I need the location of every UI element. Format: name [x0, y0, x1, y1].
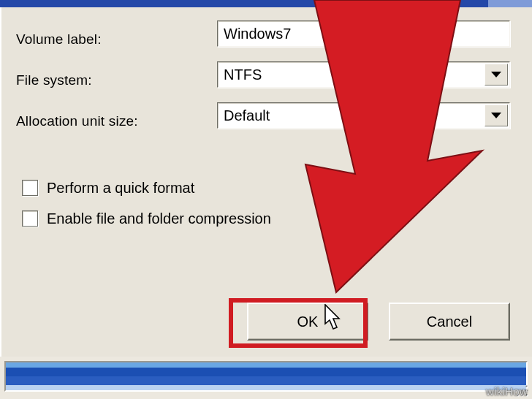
checkbox-compression[interactable]	[22, 210, 38, 227]
input-volume-label[interactable]: Windows7	[217, 20, 510, 47]
watermark: wikiHow	[486, 385, 528, 398]
label-allocation-size: Allocation unit size:	[16, 113, 206, 129]
format-dialog: Volume label: Windows7 File system: NTFS…	[0, 7, 532, 357]
format-dialog-screenshot: Volume label: Windows7 File system: NTFS…	[0, 0, 532, 399]
ok-button-label: OK	[297, 314, 319, 330]
combo-allocation-value: Default	[218, 104, 483, 127]
combo-allocation-button[interactable]	[484, 104, 508, 126]
status-strip	[0, 357, 532, 399]
input-volume-value: Windows7	[224, 26, 291, 42]
combo-allocation-size[interactable]: Default	[217, 102, 510, 129]
combo-file-system-button[interactable]	[484, 64, 508, 86]
cancel-button-label: Cancel	[427, 314, 472, 330]
checkbox-quick-format[interactable]	[22, 180, 38, 196]
label-quick-format: Perform a quick format	[47, 180, 194, 197]
label-volume: Volume label:	[16, 31, 206, 48]
button-bar: OK Cancel	[227, 303, 510, 341]
combo-file-system[interactable]: NTFS	[217, 61, 510, 88]
chevron-down-icon	[491, 113, 501, 118]
chevron-down-icon	[491, 72, 501, 77]
combo-file-system-value: NTFS	[218, 64, 483, 86]
label-compression: Enable file and folder compression	[47, 210, 271, 227]
row-compression: Enable file and folder compression	[22, 208, 271, 229]
cancel-button[interactable]: Cancel	[389, 303, 510, 341]
label-file-system: File system:	[16, 72, 206, 88]
row-quick-format: Perform a quick format	[22, 177, 194, 199]
ok-button[interactable]: OK	[247, 303, 368, 341]
